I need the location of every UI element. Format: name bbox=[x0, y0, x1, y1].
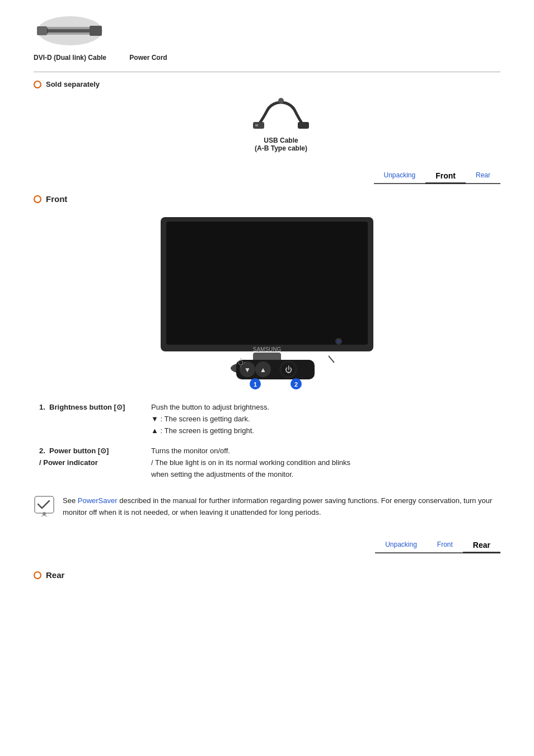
rear-section-header: Rear bbox=[34, 570, 500, 580]
svg-rect-10 bbox=[298, 122, 309, 129]
rear-title: Rear bbox=[46, 570, 64, 580]
svg-text:▼: ▼ bbox=[244, 366, 251, 374]
dvi-cable-image bbox=[34, 11, 106, 50]
usb-cable-label: USB Cable (A-B Type cable) bbox=[255, 137, 307, 152]
svg-text:⏻: ⏻ bbox=[285, 365, 292, 374]
button-2-desc: Turns the monitor on/off. / The blue lig… bbox=[151, 445, 500, 480]
svg-rect-7 bbox=[90, 26, 102, 36]
nav-tabs-bottom: Unpacking Front Rear bbox=[34, 538, 500, 553]
power-cord-item: Power Cord bbox=[129, 11, 168, 62]
top-images: DVI-D (Dual link) Cable Power Cord bbox=[34, 11, 500, 62]
svg-text:1: 1 bbox=[254, 381, 257, 388]
usb-cable-image bbox=[247, 94, 315, 133]
button-1-name: 1. Brightness button [⊙] bbox=[39, 402, 151, 436]
usb-section: USB Cable (A-B Type cable) bbox=[62, 94, 500, 152]
sold-separately-bullet bbox=[34, 81, 41, 88]
svg-text:2: 2 bbox=[294, 381, 298, 388]
front-title: Front bbox=[46, 194, 67, 204]
tab-unpacking-top[interactable]: Unpacking bbox=[374, 169, 426, 184]
dvi-cable-item: DVI-D (Dual link) Cable bbox=[34, 11, 106, 62]
button-item-2: 2. Power button [⊙] / Power indicator Tu… bbox=[39, 445, 500, 480]
tab-unpacking-bottom[interactable]: Unpacking bbox=[375, 538, 427, 553]
svg-point-12 bbox=[278, 98, 284, 104]
tab-rear-top[interactable]: Rear bbox=[466, 169, 500, 184]
nav-tabs-top: Unpacking Front Rear bbox=[34, 169, 500, 184]
tab-rear-bottom[interactable]: Rear bbox=[463, 538, 500, 553]
svg-rect-39 bbox=[35, 496, 54, 513]
info-box: See PowerSaver described in the manual f… bbox=[34, 492, 500, 522]
monitor-container: SAMSUNG ▼ ▲ 1 ⏻ 2 bbox=[34, 212, 500, 391]
rear-bullet bbox=[34, 571, 41, 579]
svg-rect-14 bbox=[166, 222, 368, 345]
power-cord-label: Power Cord bbox=[129, 54, 167, 62]
svg-line-33 bbox=[329, 356, 334, 363]
front-section-header: Front bbox=[34, 194, 500, 204]
info-icon-svg bbox=[34, 495, 55, 516]
nav-tab-group-top: Unpacking Front Rear bbox=[374, 169, 500, 184]
power-cord-image bbox=[129, 11, 168, 50]
svg-rect-11 bbox=[255, 124, 258, 126]
tab-front-top[interactable]: Front bbox=[425, 169, 466, 184]
svg-rect-8 bbox=[37, 26, 47, 35]
info-text-content: See PowerSaver described in the manual f… bbox=[63, 495, 500, 519]
svg-text:SAMSUNG: SAMSUNG bbox=[253, 346, 282, 353]
button-1-desc: Push the button to adjust brightness. ▼ … bbox=[151, 402, 500, 436]
tab-front-bottom[interactable]: Front bbox=[427, 538, 463, 553]
svg-point-40 bbox=[43, 512, 46, 515]
svg-point-32 bbox=[337, 340, 340, 343]
section-divider-top bbox=[34, 72, 500, 72]
dvi-cable-label: DVI-D (Dual link) Cable bbox=[34, 54, 106, 62]
sold-separately-header: Sold separately bbox=[34, 80, 500, 88]
monitor-image: SAMSUNG ▼ ▲ 1 ⏻ 2 bbox=[149, 212, 385, 391]
svg-text:▲: ▲ bbox=[260, 366, 266, 374]
button-item-1: 1. Brightness button [⊙] Push the button… bbox=[39, 402, 500, 436]
sold-separately-label: Sold separately bbox=[46, 80, 100, 88]
button-list: 1. Brightness button [⊙] Push the button… bbox=[39, 402, 500, 481]
front-bullet bbox=[34, 195, 41, 203]
button-2-name: 2. Power button [⊙] / Power indicator bbox=[39, 445, 151, 480]
svg-rect-9 bbox=[253, 122, 264, 129]
nav-tab-group-bottom: Unpacking Front Rear bbox=[375, 538, 500, 553]
powersaver-link[interactable]: PowerSaver bbox=[78, 496, 118, 505]
